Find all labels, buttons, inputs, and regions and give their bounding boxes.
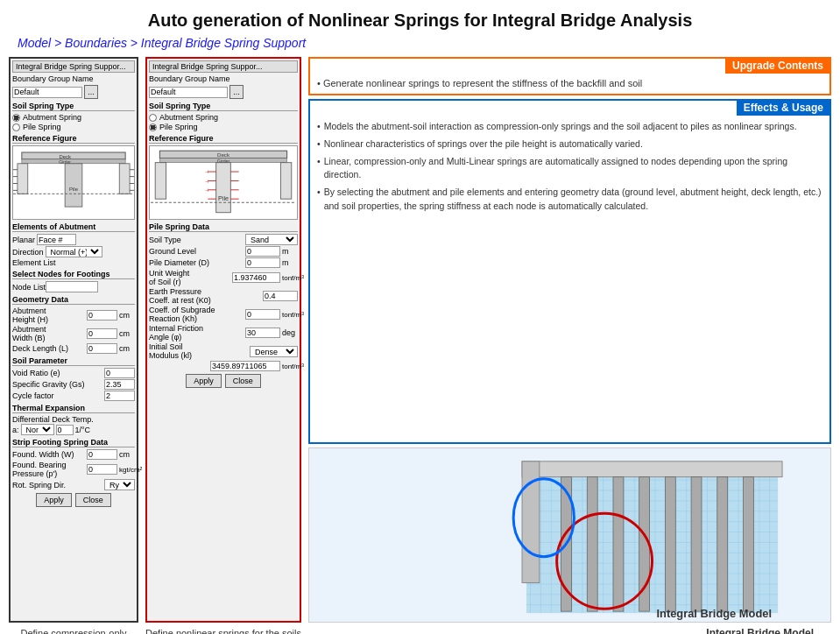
svg-rect-39 (522, 461, 782, 477)
internal-friction-label: Internal FrictionAngle (φ) (149, 324, 245, 342)
found-width-label: Found. Width (W) (12, 450, 87, 459)
void-ratio-input[interactable] (104, 368, 135, 378)
bullet-text-4: By selecting the abutment and pile eleme… (324, 186, 822, 214)
rot-spring-select[interactable]: Ry (104, 479, 135, 490)
coeff-subgrade-unit: tonf/m³ (282, 311, 298, 319)
middle-panel: Integral Bridge Spring Suppor... Boundar… (145, 57, 301, 623)
radio-abutment-left[interactable]: Abutment Spring (12, 113, 135, 122)
coeff-subgrade-label: Coeff. of SubgradeReaction (Kh) (149, 306, 245, 323)
abutment-height-label: AbutmentHeight (H) (12, 306, 87, 324)
none-select[interactable]: None (21, 424, 54, 435)
bridge-diagram-mid: Deck Girder Pile ⊣ ⊣ ⊣ (150, 146, 297, 219)
bullet-3: • Linear, compression-only and Multi-Lin… (317, 155, 822, 183)
initial-soil-label: Initial SoilModulus (kl) (149, 342, 250, 360)
effects-header: Effects & Usage (737, 100, 830, 116)
effects-box: Effects & Usage • Models the abutment-so… (308, 99, 831, 444)
coeff-subgrade-input[interactable] (245, 309, 280, 320)
found-width-input[interactable] (87, 449, 117, 460)
close-btn-left[interactable]: Close (75, 493, 111, 507)
radio-abutment-label-mid: Abutment Spring (159, 113, 218, 122)
bullet-1: • Models the abutment-soil interaction a… (317, 120, 822, 134)
ground-level-unit: m (282, 247, 298, 256)
ground-level-input[interactable] (245, 246, 280, 257)
internal-friction-unit: deg (282, 328, 298, 337)
elements-abutment-label: Elements of Abutment (12, 222, 135, 232)
right-panel: Upgrade Contents • Generate nonlinear sp… (308, 57, 831, 623)
void-ratio-label: Void Ratio (e) (12, 369, 104, 377)
upgrade-box: Upgrade Contents • Generate nonlinear sp… (308, 57, 831, 95)
abutment-width-input[interactable] (87, 328, 117, 339)
default-input-mid[interactable] (149, 87, 228, 98)
strip-footing-label: Strip Footing Spring Data (12, 438, 135, 447)
svg-text:Deck: Deck (59, 154, 71, 159)
bullet-icon-1: • (317, 120, 321, 134)
svg-rect-48 (744, 477, 754, 611)
unit-weight-label: Unit Weightof Soil (r) (149, 269, 232, 286)
radio-abutment-mid[interactable]: Abutment Spring (149, 113, 298, 122)
upgrade-header: Upgrade Contents (725, 58, 830, 74)
earth-pressure-input[interactable] (263, 291, 298, 301)
svg-rect-42 (587, 477, 597, 611)
cycle-factor-input[interactable] (104, 391, 135, 401)
apply-btn-left[interactable]: Apply (36, 493, 72, 507)
radio-pile-mid[interactable]: Pile Spring (149, 123, 298, 131)
svg-rect-4 (18, 164, 28, 194)
svg-rect-23 (216, 163, 231, 213)
soil-type-select[interactable]: Sand Clay (245, 234, 298, 245)
ref-figure-label-mid: Reference Figure (149, 134, 298, 144)
radio-pile-label-mid: Pile Spring (159, 123, 198, 131)
pile-diameter-input[interactable] (245, 257, 280, 268)
direction-select[interactable]: Normal (+) (46, 246, 102, 257)
soil-spring-type-label-mid: Soil Spring Type (149, 102, 298, 111)
vc-unit-label: 1/°C (75, 426, 91, 434)
node-list-input[interactable] (46, 281, 98, 292)
unit-weight-input[interactable] (232, 272, 280, 283)
unit-weight-unit: tonf/m³ (282, 274, 298, 282)
bullet-text-3: Linear, compression-only and Multi-Linea… (324, 155, 822, 183)
abutment-width-label: AbutmentWidth (B) (12, 325, 87, 342)
specific-gravity-input[interactable] (104, 379, 135, 390)
radio-pile-left[interactable]: Pile Spring (12, 123, 135, 131)
svg-text:Pile: Pile (69, 187, 79, 192)
ref-figure-label-left: Reference Figure (12, 134, 135, 144)
deck-length-input[interactable] (87, 343, 117, 354)
radio-abutment-label-left: Abutment Spring (23, 113, 81, 122)
soil-spring-type-label: Soil Spring Type (12, 102, 135, 111)
svg-rect-46 (691, 477, 702, 611)
found-bearing-label: Found. Bearing Pressure (p') (12, 461, 87, 478)
radio-pile-dot-mid (149, 123, 157, 131)
svg-rect-45 (665, 477, 675, 611)
model-label-text: Integral Bridge Model (706, 627, 814, 634)
abutment-height-unit: cm (119, 311, 135, 320)
default-input-left[interactable] (12, 87, 82, 98)
left-panel-bottom-label: Define compression-only springs for abut… (9, 624, 138, 634)
bullet-icon-3: • (317, 155, 321, 183)
left-panel-title: Integral Bridge Spring Suppor... (12, 60, 135, 73)
a-label: a: (12, 426, 19, 434)
found-bearing-input[interactable] (87, 464, 117, 475)
boundary-btn-left[interactable]: ... (84, 85, 98, 99)
abutment-height-input[interactable] (87, 310, 117, 321)
bridge-model-svg: Integral Bridge Model (309, 448, 830, 622)
bottom-labels-row: Define compression-only springs for abut… (0, 623, 840, 634)
vc-input[interactable] (56, 425, 74, 435)
left-bottom-text: Define compression-only springs for abut… (14, 628, 134, 634)
middle-panel-title: Integral Bridge Spring Suppor... (149, 60, 298, 73)
page-title: Auto generation of Nonlinear Springs for… (0, 0, 840, 34)
radio-pile-dot-left (12, 123, 20, 131)
radio-abutment-dot-mid (149, 114, 157, 122)
bridge-model-area: Integral Bridge Model (308, 447, 831, 623)
boundary-btn-mid[interactable]: ... (229, 85, 244, 99)
internal-friction-input[interactable] (245, 328, 280, 338)
element-list-label: Element List (12, 258, 56, 267)
pile-spring-data-label: Pile Spring Data (149, 222, 298, 232)
soil-type-label: Soil Type (149, 236, 245, 244)
planar-label: Planar (12, 236, 35, 244)
initial-soil-select[interactable]: Dense Medium Loose (250, 346, 298, 357)
close-btn-mid[interactable]: Close (225, 374, 261, 388)
initial-soil-num-input[interactable] (210, 361, 280, 371)
face-input[interactable] (37, 234, 76, 245)
bullet-text-2: Nonlinear characteristics of springs ove… (324, 137, 643, 151)
pile-diameter-unit: m (282, 258, 298, 267)
apply-btn-mid[interactable]: Apply (186, 374, 222, 388)
